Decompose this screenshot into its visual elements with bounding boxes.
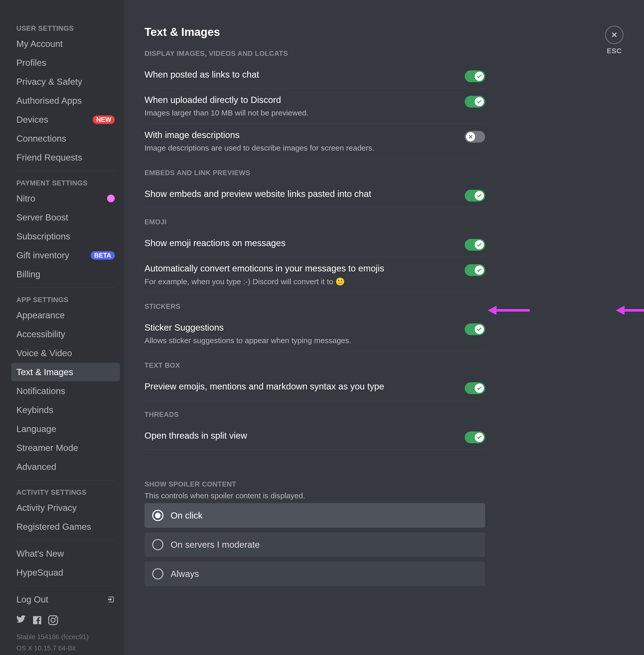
toggle-convert-emoticons[interactable] — [465, 264, 485, 276]
setting-desc: Allows sticker suggestions to appear whe… — [144, 336, 455, 345]
page-title: Text & Images — [144, 26, 623, 39]
setting-label: Sticker Suggestions — [144, 322, 455, 333]
sidebar-item-nitro[interactable]: Nitro — [11, 189, 120, 208]
sidebar-item-label: Keybinds — [16, 405, 53, 415]
toggle-show-embeds[interactable] — [465, 190, 485, 202]
check-icon — [477, 193, 482, 198]
logout-button[interactable]: Log Out — [11, 590, 120, 609]
setting-label: When uploaded directly to Discord — [144, 95, 455, 105]
setting-label: Automatically convert emoticons in your … — [144, 263, 455, 274]
section-display-title: DISPLAY IMAGES, VIDEOS AND LOLCATS — [144, 50, 485, 57]
social-links — [11, 609, 120, 631]
sidebar-item-my-account[interactable]: My Account — [11, 34, 120, 53]
radio-on-click[interactable]: On click — [144, 503, 485, 528]
sidebar-item-label: Advanced — [16, 462, 56, 472]
sidebar-item-label: Notifications — [16, 386, 65, 396]
close-icon — [605, 26, 623, 44]
sidebar-item-label: Server Boost — [16, 212, 68, 223]
toggle-threads-split[interactable] — [465, 431, 485, 443]
section-threads-title: THREADS — [144, 411, 485, 419]
sidebar-item-voice-video[interactable]: Voice & Video — [11, 344, 120, 362]
check-icon — [477, 73, 482, 79]
divider — [16, 287, 115, 288]
sidebar-item-appearance[interactable]: Appearance — [11, 306, 120, 324]
sidebar-item-label: Streamer Mode — [16, 443, 78, 453]
settings-sidebar: USER SETTINGSMy AccountProfilesPrivacy &… — [0, 0, 124, 655]
instagram-icon[interactable] — [48, 615, 58, 625]
check-icon — [477, 326, 482, 332]
sidebar-item-accessibility[interactable]: Accessibility — [11, 325, 120, 343]
check-icon — [477, 99, 482, 104]
toggle-image-descriptions[interactable] — [465, 131, 485, 143]
toggle-uploaded[interactable] — [465, 96, 485, 108]
toggle-sticker-suggestions[interactable] — [465, 323, 485, 335]
sidebar-item-billing[interactable]: Billing — [11, 265, 120, 283]
setting-sticker-suggestions: Sticker Suggestions Allows sticker sugge… — [144, 316, 485, 351]
new-badge: NEW — [93, 116, 115, 124]
sidebar-item-advanced[interactable]: Advanced — [11, 458, 120, 476]
section-spoiler-title: SHOW SPOILER CONTENT — [144, 481, 485, 488]
sidebar-item-server-boost[interactable]: Server Boost — [11, 208, 120, 227]
sidebar-item-label: Privacy & Safety — [16, 76, 82, 87]
check-icon — [477, 435, 482, 440]
setting-label: With image descriptions — [144, 130, 455, 140]
radio-icon — [152, 539, 163, 550]
divider — [16, 540, 115, 540]
sidebar-item-text-images[interactable]: Text & Images — [11, 363, 120, 381]
section-embeds-title: EMBEDS AND LINK PREVIEWS — [144, 169, 485, 177]
setting-uploaded: When uploaded directly to Discord Images… — [144, 89, 485, 124]
sidebar-item-friend-requests[interactable]: Friend Requests — [11, 148, 120, 167]
setting-preview-markdown: Preview emojis, mentions and markdown sy… — [144, 375, 485, 400]
logout-label: Log Out — [16, 594, 48, 605]
sidebar-item-privacy-safety[interactable]: Privacy & Safety — [11, 72, 120, 91]
sidebar-item-label: Friend Requests — [16, 153, 82, 163]
close-label: ESC — [605, 47, 623, 55]
facebook-icon[interactable] — [32, 615, 42, 625]
check-icon — [477, 267, 482, 273]
sidebar-item-connections[interactable]: Connections — [11, 129, 120, 148]
sidebar-item-activity-privacy[interactable]: Activity Privacy — [11, 498, 120, 517]
sidebar-item-profiles[interactable]: Profiles — [11, 53, 120, 72]
radio-label: On click — [170, 510, 202, 520]
toggle-emoji-reactions[interactable] — [465, 239, 485, 251]
sidebar-item-hypesquad[interactable]: HypeSquad — [11, 563, 120, 582]
sidebar-item-authorised-apps[interactable]: Authorised Apps — [11, 91, 120, 110]
setting-desc: Images larger than 10 MB will not be pre… — [144, 109, 455, 117]
sidebar-item-registered-games[interactable]: Registered Games — [11, 517, 120, 536]
sidebar-item-gift-inventory[interactable]: Gift inventoryBETA — [11, 246, 120, 264]
sidebar-item-label: My Account — [16, 39, 63, 49]
section-title: APP SETTINGS — [11, 292, 120, 306]
close-button[interactable]: ESC — [605, 26, 623, 55]
radio-on-servers-i-moderate[interactable]: On servers I moderate — [144, 532, 485, 557]
sidebar-item-label: Language — [16, 424, 56, 434]
beta-badge: BETA — [91, 251, 115, 260]
check-icon — [477, 385, 482, 391]
twitter-icon[interactable] — [16, 615, 26, 625]
sidebar-item-label: Devices — [16, 114, 48, 125]
annotation-arrow — [616, 306, 644, 315]
build-info: Stable 154186 (fccec91) — [11, 631, 120, 642]
toggle-preview-markdown[interactable] — [465, 382, 485, 394]
sidebar-item-label: Connections — [16, 134, 66, 144]
x-icon — [468, 134, 474, 140]
divider — [16, 480, 115, 481]
sidebar-item-devices[interactable]: DevicesNEW — [11, 110, 120, 129]
nitro-icon — [107, 194, 115, 202]
sidebar-item-what-s-new[interactable]: What's New — [11, 544, 120, 563]
annotation-arrow — [488, 306, 530, 315]
sidebar-item-label: Gift inventory — [16, 250, 69, 260]
sidebar-item-notifications[interactable]: Notifications — [11, 382, 120, 400]
section-title: USER SETTINGS — [11, 21, 120, 34]
os-info: OS X 10.15.7 64-Bit — [11, 642, 120, 654]
section-stickers-title: STICKERS — [144, 303, 485, 311]
sidebar-item-streamer-mode[interactable]: Streamer Mode — [11, 439, 120, 457]
sidebar-item-label: Billing — [16, 269, 40, 279]
sidebar-item-subscriptions[interactable]: Subscriptions — [11, 227, 120, 245]
setting-label: Show emoji reactions on messages — [144, 238, 455, 248]
toggle-posted-links[interactable] — [465, 70, 485, 82]
sidebar-item-keybinds[interactable]: Keybinds — [11, 401, 120, 419]
main-content: ESC Text & Images DISPLAY IMAGES, VIDEOS… — [124, 0, 644, 655]
sidebar-item-language[interactable]: Language — [11, 420, 120, 438]
spoiler-desc: This controls when spoiler content is di… — [144, 491, 485, 500]
radio-always[interactable]: Always — [144, 562, 485, 586]
